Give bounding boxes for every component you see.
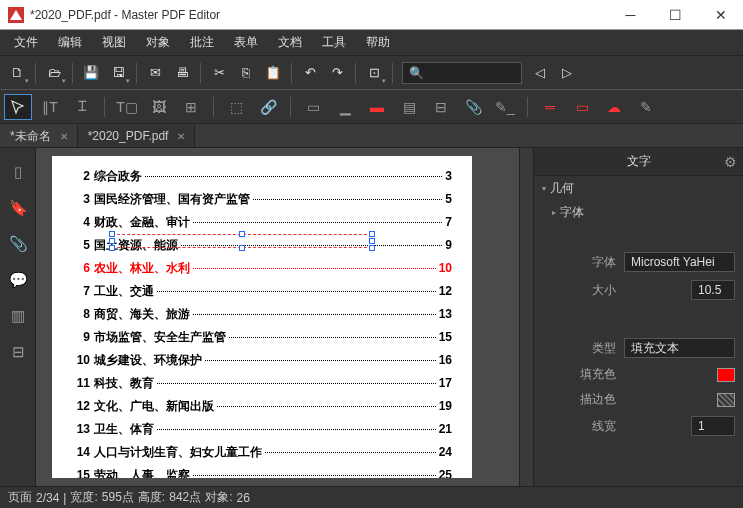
prop-stroke: 描边色 bbox=[534, 387, 743, 412]
section-label: 字体 bbox=[560, 204, 584, 221]
cut-button[interactable]: ✂ bbox=[206, 60, 232, 86]
panel-title: 文字 bbox=[627, 153, 651, 170]
menu-document[interactable]: 文档 bbox=[268, 30, 312, 55]
status-page: 2/34 bbox=[36, 491, 59, 505]
panel-options-icon[interactable]: ⚙ bbox=[724, 154, 737, 170]
form-tool[interactable]: ⊞ bbox=[177, 94, 205, 120]
save-as-button[interactable]: 🖫 bbox=[105, 60, 131, 86]
page: 2综合政务33国民经济管理、国有资产监管54财政、金融、审计75国土资源、能源9… bbox=[52, 156, 472, 478]
menu-form[interactable]: 表单 bbox=[224, 30, 268, 55]
toc-line[interactable]: 9市场监管、安全生产监管15 bbox=[72, 329, 452, 346]
strikeout-tool[interactable]: ▬ bbox=[363, 94, 391, 120]
image-tool[interactable]: 🖼 bbox=[145, 94, 173, 120]
fill-color-swatch[interactable] bbox=[717, 368, 735, 382]
document-view[interactable]: 2综合政务33国民经济管理、国有资产监管54财政、金融、审计75国土资源、能源9… bbox=[36, 148, 519, 486]
paste-button[interactable]: 📋 bbox=[260, 60, 286, 86]
toc-line[interactable]: 13卫生、体育21 bbox=[72, 421, 452, 438]
link-tool[interactable]: 🔗 bbox=[254, 94, 282, 120]
search-prev-button[interactable]: ◁ bbox=[527, 60, 553, 86]
section-geometry[interactable]: 几何 bbox=[534, 176, 743, 201]
underline-tool[interactable]: ▁ bbox=[331, 94, 359, 120]
size-input[interactable]: 10.5 bbox=[691, 280, 735, 300]
menu-annotate[interactable]: 批注 bbox=[180, 30, 224, 55]
attach-tool[interactable]: 📎 bbox=[459, 94, 487, 120]
layers-button[interactable]: ⊟ bbox=[0, 334, 36, 370]
toc-line[interactable]: 7工业、交通12 bbox=[72, 283, 452, 300]
font-select[interactable]: Microsoft YaHei bbox=[624, 252, 735, 272]
toc-line[interactable]: 6农业、林业、水利10 bbox=[72, 260, 452, 277]
section-font[interactable]: 字体 bbox=[534, 201, 743, 224]
pencil-tool[interactable]: ✎ bbox=[632, 94, 660, 120]
toc-line[interactable]: 10城乡建设、环境保护16 bbox=[72, 352, 452, 369]
tab-label: *未命名 bbox=[10, 128, 51, 145]
search-next-button[interactable]: ▷ bbox=[554, 60, 580, 86]
marquee-tool[interactable]: ⬚ bbox=[222, 94, 250, 120]
tab-untitled[interactable]: *未命名✕ bbox=[0, 125, 78, 147]
text-box-tool[interactable]: T▢ bbox=[113, 94, 141, 120]
note-tool[interactable]: ▤ bbox=[395, 94, 423, 120]
rect-tool[interactable]: ▭ bbox=[568, 94, 596, 120]
menu-view[interactable]: 视图 bbox=[92, 30, 136, 55]
status-height: 842点 bbox=[169, 489, 201, 506]
open-button[interactable]: 🗁 bbox=[41, 60, 67, 86]
select-tool[interactable] bbox=[4, 94, 32, 120]
email-button[interactable]: ✉ bbox=[142, 60, 168, 86]
separator bbox=[213, 97, 214, 117]
toc-line[interactable]: 4财政、金融、审计7 bbox=[72, 214, 452, 231]
redo-button[interactable]: ↷ bbox=[324, 60, 350, 86]
attachments-button[interactable]: 📎 bbox=[0, 226, 36, 262]
text-select-tool[interactable]: Ꮖ bbox=[68, 94, 96, 120]
maximize-button[interactable]: ☐ bbox=[653, 0, 698, 30]
prop-label: 填充色 bbox=[566, 366, 616, 383]
toc-line[interactable]: 15劳动、人事、监察25 bbox=[72, 467, 452, 478]
toc-line[interactable]: 2综合政务3 bbox=[72, 168, 452, 185]
statusbar: 页面 2/34 | 宽度: 595点 高度: 842点 对象: 26 bbox=[0, 486, 743, 508]
signature-tool[interactable]: ✎_ bbox=[491, 94, 519, 120]
bookmarks-button[interactable]: 🔖 bbox=[0, 190, 36, 226]
toc-line[interactable]: 12文化、广电、新闻出版19 bbox=[72, 398, 452, 415]
save-button[interactable]: 💾 bbox=[78, 60, 104, 86]
thumbnails-button[interactable]: ▯ bbox=[0, 154, 36, 190]
tab-close-icon[interactable]: ✕ bbox=[174, 131, 188, 142]
stroke-color-swatch[interactable] bbox=[717, 393, 735, 407]
cloud-tool[interactable]: ☁ bbox=[600, 94, 628, 120]
zoom-button[interactable]: ⊡ bbox=[361, 60, 387, 86]
toc-line[interactable]: 11科技、教育17 bbox=[72, 375, 452, 392]
prop-label: 描边色 bbox=[566, 391, 616, 408]
toc-line[interactable]: 8商贸、海关、旅游13 bbox=[72, 306, 452, 323]
tab-2020pdf[interactable]: *2020_PDF.pdf✕ bbox=[78, 125, 196, 147]
copy-button[interactable]: ⎘ bbox=[233, 60, 259, 86]
close-button[interactable]: ✕ bbox=[698, 0, 743, 30]
type-select[interactable]: 填充文本 bbox=[624, 338, 735, 358]
undo-button[interactable]: ↶ bbox=[297, 60, 323, 86]
menu-edit[interactable]: 编辑 bbox=[48, 30, 92, 55]
line-tool[interactable]: ═ bbox=[536, 94, 564, 120]
toc-line[interactable]: 14人口与计划生育、妇女儿童工作24 bbox=[72, 444, 452, 461]
new-button[interactable]: 🗋 bbox=[4, 60, 30, 86]
menu-file[interactable]: 文件 bbox=[4, 30, 48, 55]
prop-label: 线宽 bbox=[566, 418, 616, 435]
search-input[interactable]: 🔍 bbox=[402, 62, 522, 84]
tab-close-icon[interactable]: ✕ bbox=[57, 131, 71, 142]
linewidth-input[interactable]: 1 bbox=[691, 416, 735, 436]
highlight-tool[interactable]: ▭ bbox=[299, 94, 327, 120]
status-height-label: 高度: bbox=[138, 489, 165, 506]
properties-panel: 文字⚙ 几何 字体 字体 Microsoft YaHei 大小 10.5 类型 … bbox=[533, 148, 743, 486]
comments-button[interactable]: 💬 bbox=[0, 262, 36, 298]
menu-help[interactable]: 帮助 bbox=[356, 30, 400, 55]
menu-object[interactable]: 对象 bbox=[136, 30, 180, 55]
stamp-tool[interactable]: ⊟ bbox=[427, 94, 455, 120]
separator bbox=[104, 97, 105, 117]
prop-label: 字体 bbox=[566, 254, 616, 271]
toc-line[interactable]: 3国民经济管理、国有资产监管5 bbox=[72, 191, 452, 208]
fields-button[interactable]: ▥ bbox=[0, 298, 36, 334]
prop-label: 大小 bbox=[566, 282, 616, 299]
menu-tools[interactable]: 工具 bbox=[312, 30, 356, 55]
separator bbox=[136, 63, 137, 83]
text-edit-tool[interactable]: ∥T bbox=[36, 94, 64, 120]
scrollbar-vertical[interactable] bbox=[519, 148, 533, 486]
toc-line[interactable]: 5国土资源、能源9 bbox=[72, 237, 452, 254]
separator bbox=[290, 97, 291, 117]
print-button[interactable]: 🖶 bbox=[169, 60, 195, 86]
minimize-button[interactable]: ─ bbox=[608, 0, 653, 30]
